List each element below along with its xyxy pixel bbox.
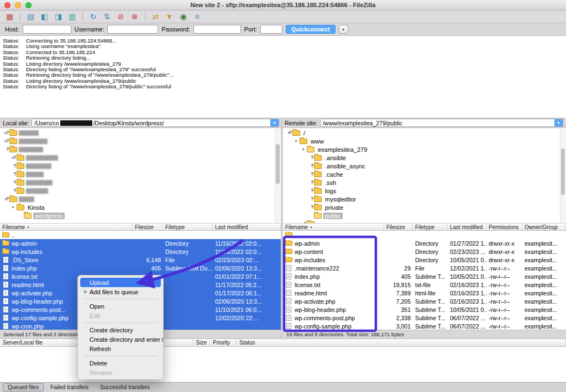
queue-column-header[interactable]: Status [237,339,566,346]
tree-item[interactable]: public [283,211,566,220]
find-files-icon[interactable]: ◉ [177,12,190,22]
site-manager-icon[interactable]: ▦ [3,12,16,22]
context-menu-item[interactable]: Create directory and enter it [78,335,163,344]
file-row[interactable]: wp-includes Directory 10/05/2021 0... dr… [283,256,566,264]
tree-item[interactable]: ▾ Kinsta [0,203,281,211]
quickconnect-dropdown-button[interactable]: ▼ [339,25,348,34]
tree-item[interactable] [0,145,281,153]
toolbar-separator[interactable] [20,13,20,21]
tree-item[interactable]: wordpress [0,211,281,220]
file-row[interactable]: wp-config-sample.php 3,001 Sublime T... … [283,322,566,330]
context-menu-item[interactable]: Refresh [78,344,163,353]
tree-item[interactable] [0,162,281,170]
context-menu-item[interactable]: Create directory [78,325,163,335]
tree-item[interactable]: mysqleditor [283,195,566,203]
file-row[interactable]: license.txt 19,915 txt-file 02/16/2023 1… [283,280,566,289]
expander-icon[interactable]: ▾ [10,205,16,210]
process-queue-icon[interactable]: ⇅ [101,12,113,22]
tree-item[interactable]: ▸ [0,129,281,137]
context-menu-item[interactable]: Open [78,301,163,311]
queue-tab[interactable]: Successful transfers [95,383,155,391]
context-menu-item[interactable]: Upload [80,278,161,287]
context-menu-item[interactable] [83,356,158,356]
context-menu-item[interactable]: Delete [78,358,163,368]
toolbar-separator[interactable] [145,13,145,21]
disconnect-icon[interactable]: ⊗ [128,12,141,22]
directory-comparison-icon[interactable]: ⇄ [149,12,162,22]
file-row[interactable]: index.php 405 Sublime T... 10/05/2021 0.… [283,272,566,280]
expander-icon[interactable]: ▾ [300,147,306,152]
cancel-icon[interactable]: ⊘ [114,12,127,22]
scrollbar-thumb[interactable] [561,149,565,195]
file-row[interactable]: .. [283,231,566,239]
file-row[interactable]: .. [0,231,281,239]
column-header[interactable]: Filesize [133,224,163,230]
queue-tab[interactable]: Failed transfers [45,383,93,391]
tree-item[interactable]: .ansible_async [283,162,566,170]
file-row[interactable]: wp-content Directory 02/23/2023 ... drwx… [283,247,566,256]
context-menu-item[interactable] [83,299,158,299]
toggle-message-log-icon[interactable]: ▤ [24,12,37,22]
tree-item[interactable]: .cache [283,170,566,178]
synchronized-browsing-icon[interactable]: ≡ [191,12,203,22]
close-window-button[interactable] [4,2,11,8]
column-header[interactable]: Filetype [163,224,213,230]
host-input[interactable] [23,25,71,34]
local-site-path-combo[interactable]: /Users/co/Desktop/Kinsta/wordpress/ ▼ [32,119,279,127]
local-path-dropdown-icon[interactable]: ▼ [270,119,279,126]
tree-item[interactable] [0,178,281,187]
tree-item[interactable] [0,170,281,178]
file-row[interactable]: wp-activate.php 7,205 Sublime T... 02/16… [283,297,566,305]
tree-item[interactable]: ▾ examplesitea_279 [283,145,566,153]
column-header[interactable]: Filename▲ [0,224,133,230]
queue-column-header[interactable]: Size [193,339,210,346]
expander-icon[interactable]: ▾ [293,139,299,144]
context-menu-item[interactable]: Edit [78,311,163,320]
username-input[interactable] [107,25,158,34]
tree-item[interactable]: ▾ [0,195,281,203]
context-menu-item[interactable] [83,322,158,323]
tree-item[interactable]: ▾ www [283,137,566,145]
tree-item[interactable]: .ssh [283,178,566,187]
file-row[interactable]: readme.html 7,389 html-file 02/16/2023 1… [283,289,566,297]
column-header[interactable]: Last modified [448,224,486,230]
column-header[interactable]: Filetype [413,224,448,230]
refresh-icon[interactable]: ↻ [87,12,99,22]
file-row[interactable]: wp-admin Directory 01/27/2022 1... drwxr… [283,239,566,247]
column-header[interactable]: Last modified [213,224,281,230]
context-menu-item[interactable]: Rename [78,368,163,377]
column-header[interactable]: Permissions [486,224,522,230]
remote-path-dropdown-icon[interactable]: ▼ [554,119,563,126]
column-header[interactable]: Filename▲ [283,224,384,230]
file-row[interactable]: wp-admin Directory 11/16/2022 02:0... [0,239,281,247]
queue-tab[interactable]: Queued files [3,383,44,391]
file-row[interactable]: wp-blog-header.php 351 Sublime T... 10/0… [283,305,566,314]
password-input[interactable] [193,25,241,34]
file-row[interactable]: .DS_Store 6,148 File 02/23/2023 02:... [0,256,281,264]
tree-item[interactable] [0,187,281,195]
tree-item[interactable]: private [283,203,566,211]
remote-site-path-combo[interactable]: /www/examplesitea_279/public ▼ [320,119,563,127]
tree-item[interactable]: .ansible [283,153,566,162]
filter-icon[interactable]: ▼ [163,12,176,22]
tree-item[interactable]: ▾ / [283,129,566,137]
context-menu-item[interactable]: Add files to queue [78,287,163,296]
local-tree-scrollbar[interactable] [275,129,280,223]
file-row[interactable]: index.php 405 Sublime Text Do... 02/06/2… [0,264,281,272]
tree-item[interactable]: ▸ [0,153,281,162]
tree-item[interactable]: logs [283,187,566,195]
file-row[interactable]: .maintenance222 29 File 12/02/2021 1... … [283,264,566,272]
port-input[interactable] [260,25,282,34]
scrollbar-thumb[interactable] [276,144,280,184]
toggle-queue-icon[interactable]: ▥ [66,12,78,22]
toolbar-separator[interactable] [82,13,83,21]
column-header[interactable]: Owner/Group [522,224,566,230]
remote-tree-scrollbar[interactable] [560,129,565,223]
column-header[interactable]: Filesize [384,224,413,230]
file-row[interactable]: wp-comments-post.php 2,338 Sublime T... … [283,314,566,322]
toggle-remote-tree-icon[interactable]: ◨ [52,12,65,22]
quickconnect-button[interactable]: Quickconnect [286,25,335,34]
file-row[interactable]: wp-includes Directory 11/16/2022 02:0... [0,247,281,256]
minimize-window-button[interactable] [15,2,21,8]
queue-column-header[interactable]: Priority [210,339,237,346]
